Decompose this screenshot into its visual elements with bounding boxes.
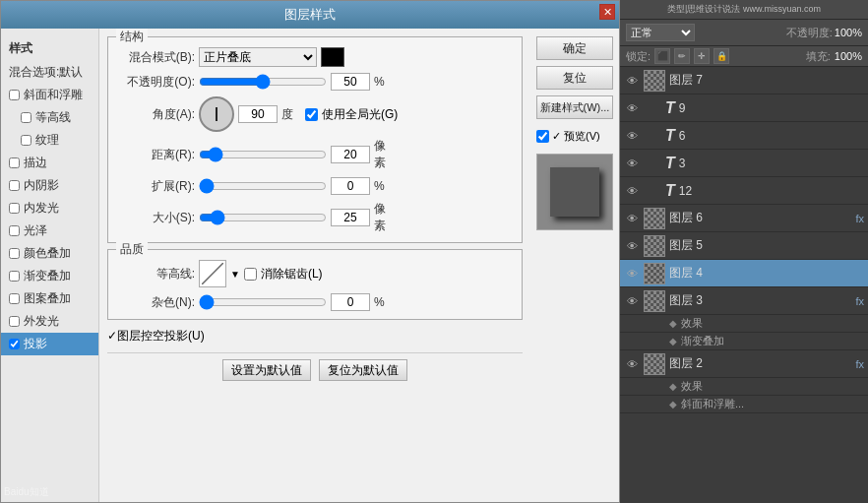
new-style-button[interactable]: 新建样式(W)... bbox=[536, 95, 613, 119]
size-slider[interactable] bbox=[199, 210, 327, 225]
layer-row-layer_t6[interactable]: 👁T6 bbox=[620, 122, 868, 150]
layer-visibility-layer_t6[interactable]: 👁 bbox=[624, 128, 640, 144]
watermark: Baidu知道 bbox=[4, 485, 49, 499]
sub-effect-layer2-0: ◆效果 bbox=[620, 378, 868, 396]
distance-input[interactable] bbox=[331, 146, 370, 163]
layer-row-layer_t9[interactable]: 👁T9 bbox=[620, 94, 868, 122]
sub-effect-label-layer3-1: 渐变叠加 bbox=[681, 334, 724, 348]
sidebar-item-stroke[interactable]: 描边 bbox=[1, 152, 98, 174]
lock-all-button[interactable]: 🔒 bbox=[713, 48, 729, 64]
checkbox-inner_shadow[interactable] bbox=[9, 180, 20, 191]
layer-row-layer4[interactable]: 👁图层 4 bbox=[620, 260, 868, 287]
layer-row-layer_t12[interactable]: 👁T12 bbox=[620, 177, 868, 205]
checkbox-texture[interactable] bbox=[21, 135, 31, 146]
sidebar-item-satin[interactable]: 光泽 bbox=[1, 220, 98, 242]
spread-input[interactable] bbox=[331, 177, 370, 195]
opacity-input[interactable] bbox=[331, 73, 370, 91]
blend-mode-select[interactable]: 正片叠底 bbox=[199, 47, 317, 67]
lock-label: 锁定: bbox=[626, 49, 651, 64]
opacity-slider[interactable] bbox=[199, 74, 327, 90]
sub-effect-layer2-1: ◆斜面和浮雕... bbox=[620, 396, 868, 413]
sidebar-item-gradient_overlay[interactable]: 渐变叠加 bbox=[1, 265, 98, 287]
layer-visibility-layer3[interactable]: 👁 bbox=[624, 293, 640, 309]
layer-row-layer6[interactable]: 👁图层 6fx bbox=[620, 205, 868, 232]
shadow-color-swatch[interactable] bbox=[321, 47, 344, 67]
blend-mode-dropdown[interactable]: 正常 bbox=[626, 24, 695, 41]
distance-slider[interactable] bbox=[199, 147, 327, 162]
angle-input[interactable] bbox=[238, 105, 278, 123]
layer-visibility-layer_t12[interactable]: 👁 bbox=[624, 183, 640, 199]
noise-row: 杂色(N): % bbox=[116, 293, 514, 311]
layer-row-layer3[interactable]: 👁图层 3fx bbox=[620, 287, 868, 315]
layer-thumb-layer2 bbox=[644, 353, 665, 375]
layer-visibility-layer4[interactable]: 👁 bbox=[624, 266, 640, 282]
global-light-checkbox[interactable] bbox=[305, 108, 318, 121]
noise-input[interactable] bbox=[331, 293, 370, 311]
sidebar-item-drop_shadow[interactable]: 投影 bbox=[1, 333, 98, 355]
layer-visibility-layer2[interactable]: 👁 bbox=[624, 356, 640, 372]
layer-name-layer7: 图层 7 bbox=[669, 72, 864, 89]
checkbox-satin[interactable] bbox=[9, 225, 20, 236]
lock-paint-button[interactable]: ✏ bbox=[674, 48, 690, 64]
sidebar-item-bevel[interactable]: 斜面和浮雕 bbox=[1, 84, 98, 106]
layer-row-layer5[interactable]: 👁图层 5 bbox=[620, 232, 868, 260]
sidebar-item-color_overlay[interactable]: 颜色叠加 bbox=[1, 242, 98, 265]
sidebar-item-contour[interactable]: 等高线 bbox=[1, 106, 98, 129]
checkbox-outer_glow[interactable] bbox=[9, 316, 20, 327]
noise-slider[interactable] bbox=[199, 294, 327, 310]
sub-effect-label-layer3-0: 效果 bbox=[681, 316, 703, 331]
structure-section: 结构 混合模式(B): 正片叠底 不透明度(O): % bbox=[107, 36, 523, 243]
checkbox-pattern_overlay[interactable] bbox=[9, 293, 20, 304]
dialog-title: 图层样式 bbox=[284, 7, 336, 22]
set-default-button[interactable]: 设置为默认值 bbox=[222, 359, 311, 381]
contour-picker[interactable] bbox=[199, 260, 226, 287]
checkbox-drop_shadow[interactable] bbox=[9, 339, 20, 349]
sidebar-item-blending[interactable]: 混合选项:默认 bbox=[1, 61, 98, 84]
sub-effect-icon-layer2-0: ◆ bbox=[669, 381, 677, 392]
fill-value: 100% bbox=[835, 50, 862, 62]
checkbox-contour[interactable] bbox=[21, 112, 31, 123]
sidebar-item-inner_shadow[interactable]: 内阴影 bbox=[1, 174, 98, 197]
layer-row-layer_t3[interactable]: 👁T3 bbox=[620, 150, 868, 177]
checkbox-gradient_overlay[interactable] bbox=[9, 271, 20, 282]
layer-visibility-layer_t3[interactable]: 👁 bbox=[624, 156, 640, 171]
checkbox-color_overlay[interactable] bbox=[9, 248, 20, 259]
sub-effect-icon-layer2-1: ◆ bbox=[669, 399, 677, 409]
sidebar-item-outer_glow[interactable]: 外发光 bbox=[1, 310, 98, 333]
contour-dropdown-icon[interactable]: ▼ bbox=[230, 269, 240, 280]
layer-name-layer4: 图层 4 bbox=[669, 265, 864, 282]
spread-label: 扩展(R): bbox=[116, 178, 195, 195]
sidebar-item-inner_glow[interactable]: 内发光 bbox=[1, 197, 98, 220]
contour-row: 等高线: ▼ 消除锯齿(L) bbox=[116, 260, 514, 287]
size-input[interactable] bbox=[331, 209, 370, 226]
layer-style-dialog: 图层样式 ✕ 样式 混合选项:默认斜面和浮雕等高线纹理描边内阴影内发光光泽颜色叠… bbox=[0, 0, 620, 503]
layer-row-layer2[interactable]: 👁图层 2fx bbox=[620, 350, 868, 378]
reset-default-button[interactable]: 复位为默认值 bbox=[319, 359, 407, 381]
noise-label: 杂色(N): bbox=[116, 294, 195, 311]
layer-name-layer_t9: 9 bbox=[679, 101, 864, 115]
opacity-control: 不透明度: 100% bbox=[786, 26, 862, 40]
layer-row-layer7[interactable]: 👁图层 7 bbox=[620, 67, 868, 94]
ok-button[interactable]: 确定 bbox=[536, 36, 613, 60]
lock-transparent-button[interactable]: ⬛ bbox=[654, 48, 670, 64]
sub-effect-layer3-1: ◆渐变叠加 bbox=[620, 333, 868, 350]
checkbox-bevel[interactable] bbox=[9, 90, 20, 100]
angle-dial[interactable] bbox=[199, 96, 234, 132]
layer-visibility-layer6[interactable]: 👁 bbox=[624, 211, 640, 226]
lock-position-button[interactable]: ✛ bbox=[694, 48, 710, 64]
layer-visibility-layer_t9[interactable]: 👁 bbox=[624, 100, 640, 116]
checkbox-inner_glow[interactable] bbox=[9, 203, 20, 214]
layer-visibility-layer5[interactable]: 👁 bbox=[624, 238, 640, 254]
spread-slider[interactable] bbox=[199, 178, 327, 194]
layer-type-text-layer_t6: T bbox=[665, 127, 675, 145]
close-button[interactable]: ✕ bbox=[599, 4, 615, 20]
anti-alias-checkbox[interactable] bbox=[244, 268, 257, 281]
sidebar-item-pattern_overlay[interactable]: 图案叠加 bbox=[1, 287, 98, 310]
layer-visibility-layer7[interactable]: 👁 bbox=[624, 73, 640, 89]
sidebar-item-texture[interactable]: 纹理 bbox=[1, 129, 98, 152]
preview-checkbox[interactable] bbox=[536, 130, 549, 143]
sidebar-label-color_overlay: 颜色叠加 bbox=[24, 245, 71, 262]
checkbox-stroke[interactable] bbox=[9, 157, 20, 168]
reset-button[interactable]: 复位 bbox=[536, 66, 613, 90]
lock-icons: ⬛ ✏ ✛ 🔒 bbox=[654, 48, 729, 64]
